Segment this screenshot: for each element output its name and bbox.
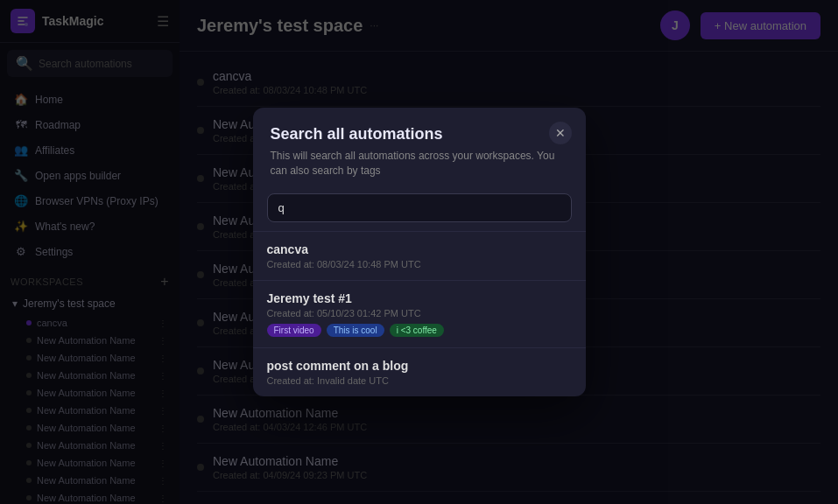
result-name: post comment on a blog [267,359,572,373]
result-tag: i <3 coffee [390,324,444,337]
search-modal: Search all automations This will search … [253,108,586,397]
modal-subtitle: This will search all automations across … [271,149,568,178]
modal-overlay: Search all automations This will search … [0,0,838,504]
result-created: Created at: 05/10/23 01:42 PM UTC [267,308,572,318]
result-created: Created at: 08/03/24 10:48 PM UTC [267,259,572,270]
result-tag: First video [267,324,321,337]
modal-header: Search all automations This will search … [253,108,586,186]
modal-result-item[interactable]: post comment on a blog Created at: Inval… [253,347,586,396]
modal-close-button[interactable]: ✕ [549,122,572,144]
modal-title: Search all automations [271,125,568,144]
result-tag: This is cool [327,324,384,337]
modal-results: cancva Created at: 08/03/24 10:48 PM UTC… [253,231,586,396]
modal-result-item[interactable]: cancva Created at: 08/03/24 10:48 PM UTC [253,231,586,280]
result-name: Jeremy test #1 [267,291,572,305]
result-tags: First videoThis is cooli <3 coffee [267,324,572,337]
modal-result-item[interactable]: Jeremy test #1 Created at: 05/10/23 01:4… [253,280,586,347]
result-created: Created at: Invalid date UTC [267,375,572,386]
result-name: cancva [267,242,572,256]
modal-search-input[interactable] [267,193,572,222]
